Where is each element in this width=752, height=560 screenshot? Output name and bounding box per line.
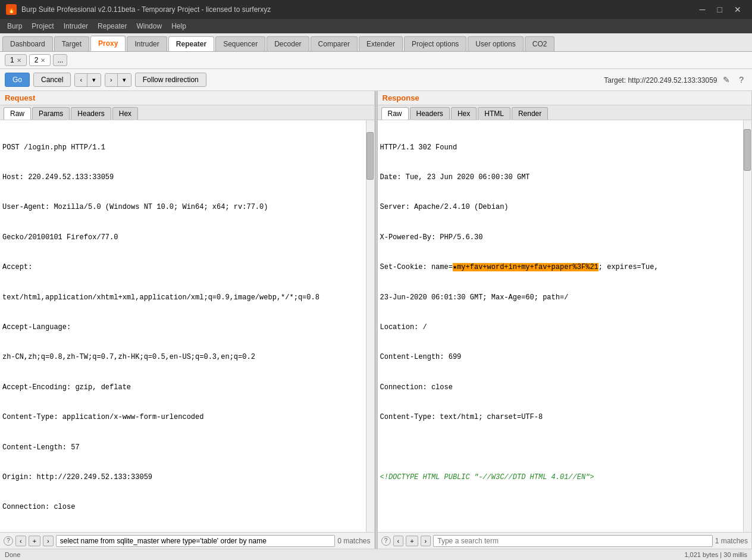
- cookie-highlight: ★my+fav+word+in+my+fav+paper%3F%21: [453, 263, 599, 271]
- request-search-forward[interactable]: ›: [43, 536, 54, 546]
- tab-dashboard[interactable]: Dashboard: [2, 36, 53, 51]
- response-title: Response: [378, 91, 752, 105]
- title-bar: 🔥 Burp Suite Professional v2.0.11beta - …: [0, 0, 752, 19]
- forward-button[interactable]: ›: [105, 74, 118, 86]
- request-tab-hex[interactable]: Hex: [112, 107, 138, 120]
- request-line-3: User-Agent: Mozilla/5.0 (Windows NT 10.0…: [2, 202, 365, 212]
- tab-sequencer[interactable]: Sequencer: [215, 36, 265, 51]
- menu-help[interactable]: Help: [167, 21, 191, 32]
- resp-line-2: Date: Tue, 23 Jun 2020 06:00:30 GMT: [380, 173, 742, 183]
- request-search-matches: 0 matches: [337, 537, 370, 545]
- follow-redirect-button[interactable]: Follow redirection: [135, 73, 206, 87]
- content-area: Request Raw Params Headers Hex POST /log…: [0, 91, 752, 549]
- repeater-tab-1[interactable]: 1 ✕: [5, 54, 27, 66]
- response-tab-headers[interactable]: Headers: [410, 107, 450, 120]
- response-search-help-icon[interactable]: ?: [381, 536, 391, 546]
- repeater-tab-2-close[interactable]: ✕: [40, 57, 45, 64]
- back-button[interactable]: ‹: [75, 74, 87, 86]
- main-tab-bar: Dashboard Target Proxy Intruder Repeater…: [0, 33, 752, 52]
- tab-repeater[interactable]: Repeater: [168, 36, 214, 51]
- resp-doctype: <!DOCTYPE HTML PUBLIC "-//W3C//DTD HTML …: [380, 473, 742, 483]
- response-search-forward[interactable]: ›: [421, 536, 431, 546]
- request-line-1: POST /login.php HTTP/1.1: [2, 143, 365, 153]
- menu-burp[interactable]: Burp: [2, 21, 27, 32]
- tab-intruder[interactable]: Intruder: [127, 36, 167, 51]
- response-code[interactable]: HTTP/1.1 302 Found Date: Tue, 23 Jun 202…: [378, 120, 752, 532]
- response-content: HTTP/1.1 302 Found Date: Tue, 23 Jun 202…: [378, 120, 752, 532]
- menu-project[interactable]: Project: [27, 21, 58, 32]
- maximize-button[interactable]: □: [713, 2, 727, 17]
- request-search-bar: ? ‹ + › 0 matches: [0, 532, 374, 549]
- request-scrollbar[interactable]: [366, 120, 374, 532]
- request-line-5: Accept:: [2, 262, 365, 273]
- close-button[interactable]: ✕: [729, 2, 746, 17]
- resp-blank-1: [380, 443, 742, 453]
- response-search-bar: ? ‹ + › 1 matches: [378, 532, 752, 549]
- request-code[interactable]: POST /login.php HTTP/1.1 Host: 220.249.5…: [0, 120, 374, 532]
- request-search-prev[interactable]: ‹: [15, 536, 26, 546]
- repeater-tab-bar: 1 ✕ 2 ✕ ...: [0, 52, 752, 69]
- response-tab-hex[interactable]: Hex: [451, 107, 477, 120]
- target-label-area: Target: http://220.249.52.133:33059 ✎ ?: [604, 73, 747, 87]
- tab-comparer[interactable]: Comparer: [311, 36, 358, 51]
- menu-window[interactable]: Window: [131, 21, 167, 32]
- repeater-tab-more[interactable]: ...: [53, 54, 67, 66]
- minimize-button[interactable]: ─: [695, 2, 710, 17]
- request-tab-params[interactable]: Params: [32, 107, 70, 120]
- menu-intruder[interactable]: Intruder: [59, 21, 93, 32]
- tab-decoder[interactable]: Decoder: [267, 36, 309, 51]
- status-bar: Done 1,021 bytes | 30 millis: [0, 549, 752, 560]
- request-scroll-thumb[interactable]: [366, 132, 374, 180]
- request-search-next[interactable]: +: [29, 536, 40, 546]
- app-icon: 🔥: [6, 4, 17, 15]
- response-scrollbar[interactable]: [743, 120, 751, 532]
- request-search-input[interactable]: [56, 535, 335, 547]
- status-right: 1,021 bytes | 30 millis: [684, 551, 747, 558]
- cancel-button[interactable]: Cancel: [33, 73, 71, 87]
- tab-project-options[interactable]: Project options: [404, 36, 466, 51]
- response-tab-render[interactable]: Render: [512, 107, 548, 120]
- request-line-12: Origin: http://220.249.52.133:33059: [2, 473, 365, 483]
- resp-line-10: Content-Type: text/html; charset=UTF-8: [380, 412, 742, 423]
- window-controls[interactable]: ─ □ ✕: [695, 2, 746, 17]
- response-scroll-thumb[interactable]: [744, 129, 751, 171]
- menu-repeater[interactable]: Repeater: [93, 21, 131, 32]
- tab-proxy[interactable]: Proxy: [90, 36, 126, 51]
- tab-user-options[interactable]: User options: [468, 36, 523, 51]
- back-nav-group: ‹ ▾: [74, 73, 101, 87]
- forward-dropdown-button[interactable]: ▾: [118, 74, 131, 86]
- go-button[interactable]: Go: [5, 73, 30, 87]
- request-line-10: Content-Type: application/x-www-form-url…: [2, 412, 365, 423]
- request-line-8: zh-CN,zh;q=0.8,zh-TW;q=0.7,zh-HK;q=0.5,e…: [2, 352, 365, 362]
- tab-target[interactable]: Target: [54, 36, 89, 51]
- request-tab-raw[interactable]: Raw: [4, 107, 31, 120]
- target-label-text: Target:: [604, 76, 626, 85]
- tab-co2[interactable]: CO2: [525, 36, 555, 51]
- repeater-tab-1-label: 1: [10, 56, 14, 64]
- target-url: http://220.249.52.133:33059: [628, 76, 717, 85]
- response-search-input[interactable]: [433, 535, 712, 547]
- repeater-tab-1-close[interactable]: ✕: [17, 57, 21, 64]
- response-tab-raw[interactable]: Raw: [381, 107, 409, 120]
- resp-line-9: Connection: close: [380, 383, 742, 393]
- request-search-help-icon[interactable]: ?: [4, 536, 13, 546]
- resp-blank-2: [380, 502, 742, 512]
- request-line-2: Host: 220.249.52.133:33059: [2, 173, 365, 183]
- response-search-prev[interactable]: ‹: [393, 536, 404, 546]
- edit-target-button[interactable]: ✎: [719, 73, 734, 87]
- repeater-tab-2[interactable]: 2 ✕: [29, 54, 51, 66]
- back-dropdown-button[interactable]: ▾: [87, 74, 101, 86]
- response-search-next[interactable]: +: [406, 536, 418, 546]
- request-content: POST /login.php HTTP/1.1 Host: 220.249.5…: [0, 120, 374, 532]
- request-line-11: Content-Length: 57: [2, 443, 365, 453]
- window-title: Burp Suite Professional v2.0.11beta - Te…: [21, 5, 271, 14]
- response-tab-bar: Raw Headers Hex HTML Render: [378, 105, 752, 120]
- tab-extender[interactable]: Extender: [359, 36, 403, 51]
- target-help-button[interactable]: ?: [735, 73, 747, 87]
- response-search-matches: 1 matches: [715, 537, 748, 545]
- response-tab-html[interactable]: HTML: [478, 107, 510, 120]
- repeater-tab-2-label: 2: [35, 56, 39, 64]
- request-line-13: Connection: close: [2, 502, 365, 512]
- forward-nav-group: › ▾: [105, 73, 131, 87]
- request-tab-headers[interactable]: Headers: [71, 107, 111, 120]
